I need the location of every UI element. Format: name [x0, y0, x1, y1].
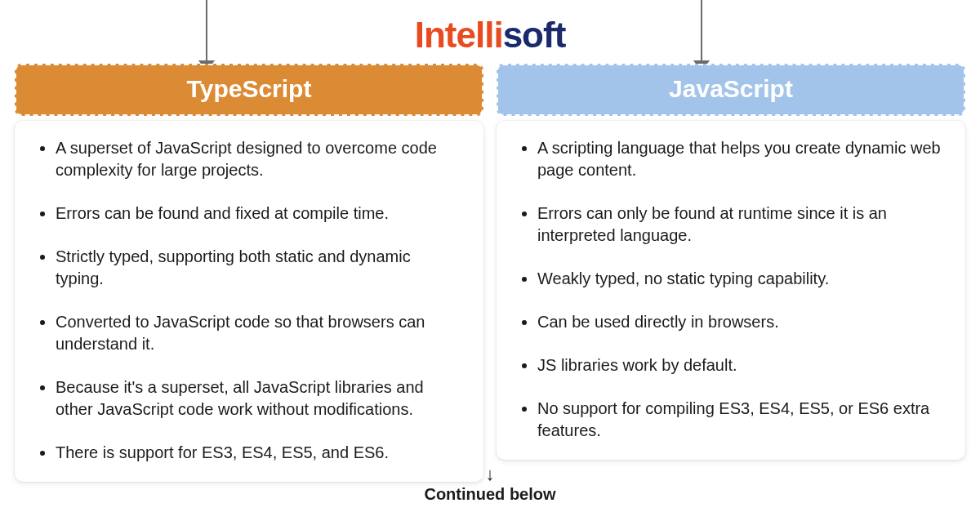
list-item: Errors can only be found at runtime sinc…: [537, 203, 942, 247]
arrow-down-icon: ↓: [424, 465, 555, 483]
column-card-javascript: A scripting language that helps you crea…: [497, 121, 965, 460]
continued-label: Continued below: [424, 485, 555, 503]
list-item: A superset of JavaScript designed to ove…: [56, 137, 461, 181]
logo-part-1: Intelli: [415, 15, 503, 55]
list-item: Strictly typed, supporting both static a…: [56, 246, 461, 290]
logo-part-2: soft: [503, 15, 566, 55]
column-javascript: JavaScript A scripting language that hel…: [497, 64, 965, 482]
list-item: Can be used directly in browsers.: [537, 311, 942, 333]
column-card-typescript: A superset of JavaScript designed to ove…: [15, 121, 483, 482]
column-typescript: TypeScript A superset of JavaScript desi…: [15, 64, 483, 482]
column-title: TypeScript: [187, 75, 312, 102]
hanger-pin-icon: [206, 0, 207, 64]
list-item: No support for compiling ES3, ES4, ES5, …: [537, 398, 942, 442]
list-item: Weakly typed, no static typing capabilit…: [537, 268, 942, 290]
list-item: Because it's a superset, all JavaScript …: [56, 376, 461, 421]
hanger-pin-icon: [701, 0, 702, 64]
list-item: A scripting language that helps you crea…: [537, 137, 942, 181]
list-item: JS libraries work by default.: [537, 354, 942, 376]
column-title: JavaScript: [669, 75, 793, 102]
comparison-columns: TypeScript A superset of JavaScript desi…: [15, 64, 965, 482]
list-item: There is support for ES3, ES4, ES5, and …: [56, 442, 461, 464]
column-header-javascript: JavaScript: [497, 64, 965, 116]
list-item: Errors can be found and fixed at compile…: [56, 203, 461, 225]
continued-below: ↓ Continued below: [424, 465, 555, 504]
column-header-typescript: TypeScript: [15, 64, 483, 116]
list-item: Converted to JavaScript code so that bro…: [56, 311, 461, 355]
brand-logo: Intellisoft: [415, 15, 566, 56]
